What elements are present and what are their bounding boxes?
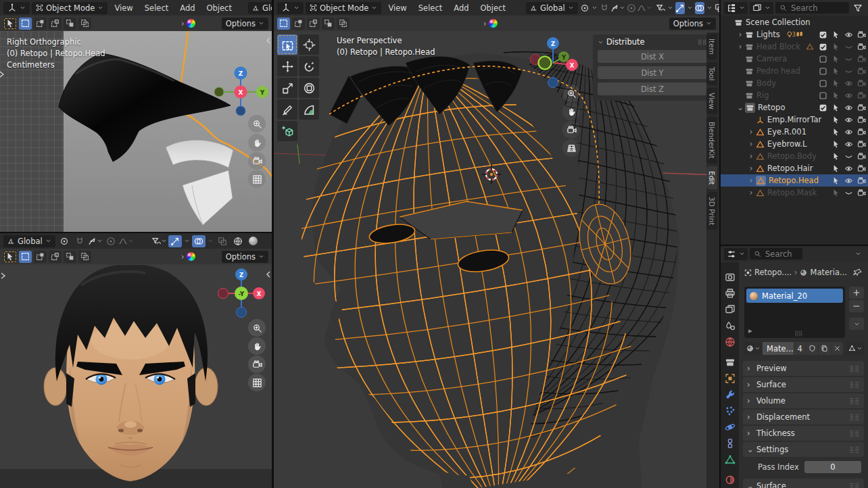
camera-view-icon[interactable] — [562, 121, 580, 139]
select-box-tool-button[interactable] — [277, 34, 297, 55]
sel-arrow-icon[interactable] — [829, 67, 842, 76]
sel-arrow-icon[interactable] — [829, 30, 842, 39]
sel-arrow-icon[interactable] — [829, 91, 842, 100]
select-mode-intersect-icon[interactable] — [78, 18, 91, 30]
xray-icon[interactable] — [216, 235, 229, 247]
active-tool-select-button[interactable] — [3, 251, 17, 263]
editor-type-button[interactable] — [3, 2, 30, 14]
sel-arrow-icon[interactable] — [829, 103, 842, 112]
properties-tab-particles[interactable] — [721, 404, 739, 418]
rotate-tool-button[interactable] — [299, 56, 319, 76]
properties-tab-render[interactable] — [721, 270, 739, 285]
snapping-target-icon[interactable] — [611, 2, 625, 14]
eye-icon[interactable] — [842, 91, 855, 100]
slot-specials-button[interactable] — [849, 318, 864, 330]
pan-hand-icon[interactable] — [248, 337, 266, 355]
sel-arrow-icon[interactable] — [829, 55, 842, 64]
sel-arrow-icon[interactable] — [829, 43, 842, 51]
camera-icon[interactable] — [855, 30, 868, 39]
eye-icon[interactable] — [842, 116, 855, 124]
expander-icon[interactable]: › — [746, 151, 756, 161]
sel-arrow-icon[interactable] — [829, 164, 842, 173]
proportional-falloff-icon[interactable] — [638, 2, 652, 14]
panel-header-displacement[interactable]: ›Displacement⣿⣿ — [743, 410, 864, 424]
material-name-field[interactable]: Mate... — [763, 342, 794, 355]
sel-arrow-icon[interactable] — [829, 152, 842, 161]
eye-closed-icon[interactable] — [842, 189, 855, 197]
proportional-editing-icon[interactable] — [104, 235, 118, 247]
select-mode-invert-icon[interactable] — [322, 18, 335, 30]
properties-tab-object[interactable] — [721, 371, 739, 386]
menu-object[interactable]: Object — [476, 3, 510, 13]
panel-title[interactable]: Distribute — [606, 37, 645, 47]
cursor-3d-tool-button[interactable] — [299, 34, 319, 55]
check-on-icon[interactable] — [817, 30, 829, 39]
mode-dropdown[interactable]: Object Mode — [306, 2, 381, 14]
properties-tab-world[interactable] — [721, 335, 739, 349]
display-mode-dropdown[interactable] — [750, 2, 773, 14]
zoom-icon[interactable] — [248, 115, 266, 132]
properties-tab-scene[interactable] — [721, 318, 739, 333]
slot-add-button[interactable] — [849, 287, 864, 299]
editor-type-button[interactable] — [724, 248, 748, 260]
panel-grip[interactable]: ⣿⣿ — [850, 414, 860, 420]
outliner-row[interactable]: Body — [721, 77, 868, 89]
dist-z-button[interactable]: Dist Z — [598, 82, 707, 95]
menu-view[interactable]: View — [110, 3, 137, 13]
eye-icon[interactable] — [842, 140, 855, 149]
camera-icon[interactable] — [855, 79, 868, 88]
material-slot[interactable]: Material_20 — [746, 289, 843, 303]
menu-select[interactable]: Select — [140, 3, 173, 13]
camera-icon[interactable] — [855, 55, 868, 64]
gizmos-icon[interactable] — [168, 235, 182, 247]
annotate-tool-button[interactable] — [277, 99, 297, 120]
sidebar-tab-view[interactable]: View — [706, 88, 717, 114]
menu-select[interactable]: Select — [414, 3, 447, 13]
pivot-point-icon[interactable] — [57, 235, 71, 247]
select-mode-intersect-icon[interactable] — [78, 251, 91, 263]
search-input[interactable] — [764, 249, 798, 260]
material-users-count[interactable]: 4 — [794, 342, 806, 355]
select-mode-subtract-icon[interactable] — [307, 18, 320, 30]
outliner-row[interactable]: ›Lights3 — [721, 28, 868, 41]
eye-icon[interactable] — [842, 103, 855, 112]
snapping-target-icon[interactable] — [89, 235, 102, 247]
viewport-canvas[interactable]: Z X -Y — [0, 265, 272, 488]
new-material-copy-icon[interactable] — [819, 342, 830, 355]
expander-icon[interactable]: › — [746, 127, 756, 137]
outliner-row[interactable]: ›Eye.R.001 — [721, 126, 868, 138]
orientation-dropdown[interactable]: Global — [526, 2, 578, 14]
pin-icon[interactable] — [853, 268, 863, 277]
dist-y-button[interactable]: Dist Y — [598, 66, 707, 79]
active-tool-select-button[interactable] — [3, 18, 17, 30]
add-cube-tool-button[interactable] — [277, 121, 297, 141]
properties-tab-material[interactable] — [721, 472, 739, 487]
select-mode-new-icon[interactable] — [19, 18, 32, 30]
proportional-falloff-icon[interactable] — [120, 235, 133, 247]
options-dropdown[interactable]: Options — [669, 18, 716, 30]
camera-icon[interactable] — [855, 128, 868, 137]
properties-tab-collection[interactable] — [721, 355, 739, 370]
viewport-canvas[interactable]: Z Y X Right Orthographic (0) Retopo | Re… — [0, 31, 272, 232]
panel-header-preview[interactable]: ›Preview⣿⣿ — [743, 361, 864, 376]
sel-arrow-icon[interactable] — [829, 79, 842, 88]
orientation-dropdown[interactable]: Global — [248, 2, 272, 14]
proportional-editing-icon[interactable] — [627, 2, 636, 14]
move-tool-button[interactable] — [277, 56, 297, 76]
grid-perspective-icon[interactable] — [562, 139, 580, 157]
shading-wireframe-icon[interactable] — [231, 235, 245, 247]
sidebar-tab-3d-print[interactable]: 3D Print — [706, 192, 717, 230]
expander-icon[interactable]: › — [736, 42, 745, 51]
properties-tab-physics[interactable] — [721, 420, 739, 435]
select-mode-invert-icon[interactable] — [64, 251, 76, 263]
outliner-row[interactable]: ›Retopo.Mask — [721, 187, 868, 199]
select-mode-new-icon[interactable] — [19, 251, 32, 263]
eye-icon[interactable] — [842, 128, 855, 137]
camera-icon[interactable] — [855, 164, 868, 173]
pan-hand-icon[interactable] — [562, 103, 580, 120]
outliner-row[interactable]: ⌄Retopo — [721, 101, 868, 114]
eye-closed-icon[interactable] — [842, 55, 855, 64]
scale-tool-button[interactable] — [277, 78, 297, 98]
camera-icon[interactable] — [855, 176, 868, 185]
properties-tab-modifiers[interactable] — [721, 387, 739, 402]
